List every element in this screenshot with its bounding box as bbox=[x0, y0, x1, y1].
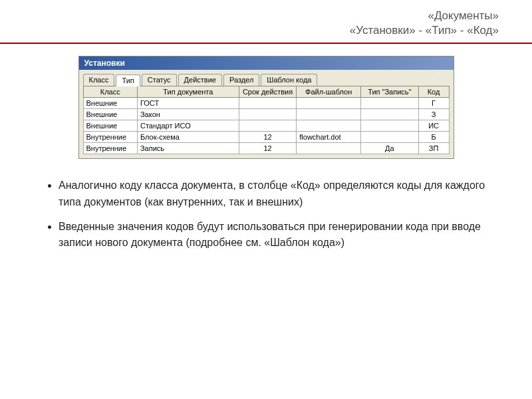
cell[interactable] bbox=[361, 132, 419, 143]
column-header[interactable]: Срок действия bbox=[239, 86, 297, 98]
cell[interactable] bbox=[361, 109, 419, 120]
tab-статус[interactable]: Статус bbox=[142, 74, 177, 86]
cell[interactable]: Г bbox=[418, 98, 449, 109]
cell[interactable]: Б bbox=[418, 132, 449, 143]
cell[interactable]: 12 bbox=[239, 143, 297, 154]
table-row[interactable]: ВнешниеСтандарт ИСОИС bbox=[83, 120, 449, 132]
cell[interactable]: Внешние bbox=[83, 98, 137, 109]
table-row[interactable]: ВнутренниеЗапись12ДаЗП bbox=[83, 143, 449, 154]
data-grid: КлассТип документаСрок действияФайл-шабл… bbox=[83, 86, 450, 154]
tab-тип[interactable]: Тип bbox=[116, 74, 140, 86]
cell[interactable]: Внутренние bbox=[83, 143, 137, 154]
cell[interactable]: ЗП bbox=[418, 143, 449, 154]
cell[interactable] bbox=[239, 120, 297, 132]
cell[interactable]: Закон bbox=[137, 109, 239, 120]
cell[interactable] bbox=[239, 98, 297, 109]
tab-класс[interactable]: Класс bbox=[83, 74, 115, 86]
window-titlebar: Установки bbox=[79, 57, 454, 70]
bullet-list: Аналогично коду класса документа, в стол… bbox=[44, 178, 488, 251]
grid-header-row: КлассТип документаСрок действияФайл-шабл… bbox=[83, 86, 449, 98]
column-header[interactable]: Код bbox=[418, 86, 449, 98]
tab-strip: КлассТипСтатусДействиеРазделШаблон кода bbox=[79, 70, 454, 86]
cell[interactable] bbox=[297, 143, 361, 154]
tab-шаблон кода[interactable]: Шаблон кода bbox=[261, 74, 317, 86]
cell[interactable]: ИС bbox=[418, 120, 449, 132]
header-line2: «Установки» - «Тип» - «Код» bbox=[0, 24, 499, 37]
cell[interactable]: З bbox=[418, 109, 449, 120]
grid-wrap: КлассТип документаСрок действияФайл-шабл… bbox=[79, 86, 454, 158]
cell[interactable] bbox=[239, 109, 297, 120]
slide-header: «Документы» «Установки» - «Тип» - «Код» bbox=[0, 0, 532, 43]
table-row[interactable]: ВнешниеЗаконЗ bbox=[83, 109, 449, 120]
cell[interactable]: Блок-схема bbox=[137, 132, 239, 143]
settings-window: Установки КлассТипСтатусДействиеРазделШа… bbox=[78, 56, 454, 159]
cell[interactable]: Внутренние bbox=[83, 132, 137, 143]
cell[interactable] bbox=[297, 109, 361, 120]
column-header[interactable]: Класс bbox=[83, 86, 137, 98]
cell[interactable]: Запись bbox=[137, 143, 239, 154]
cell[interactable] bbox=[297, 120, 361, 132]
column-header[interactable]: Файл-шаблон bbox=[297, 86, 361, 98]
table-row[interactable]: ВнешниеГОСТГ bbox=[83, 98, 449, 109]
table-row[interactable]: ВнутренниеБлок-схема12flowchart.dotБ bbox=[83, 132, 449, 143]
cell[interactable]: 12 bbox=[239, 132, 297, 143]
bullet-item: Аналогично коду класса документа, в стол… bbox=[59, 178, 488, 211]
red-divider bbox=[0, 43, 532, 44]
cell[interactable]: flowchart.dot bbox=[297, 132, 361, 143]
header-line1: «Документы» bbox=[0, 9, 499, 23]
cell[interactable]: Да bbox=[361, 143, 419, 154]
tab-раздел[interactable]: Раздел bbox=[223, 74, 259, 86]
cell[interactable]: ГОСТ bbox=[137, 98, 239, 109]
cell[interactable] bbox=[361, 120, 419, 132]
window-title: Установки bbox=[84, 59, 125, 68]
tab-действие[interactable]: Действие bbox=[178, 74, 222, 86]
column-header[interactable]: Тип документа bbox=[137, 86, 239, 98]
cell[interactable] bbox=[297, 98, 361, 109]
cell[interactable]: Внешние bbox=[83, 120, 137, 132]
cell[interactable] bbox=[361, 98, 419, 109]
cell[interactable]: Внешние bbox=[83, 109, 137, 120]
bullet-item: Введенные значения кодов будут использов… bbox=[59, 219, 488, 252]
column-header[interactable]: Тип "Запись" bbox=[361, 86, 419, 98]
cell[interactable]: Стандарт ИСО bbox=[137, 120, 239, 132]
